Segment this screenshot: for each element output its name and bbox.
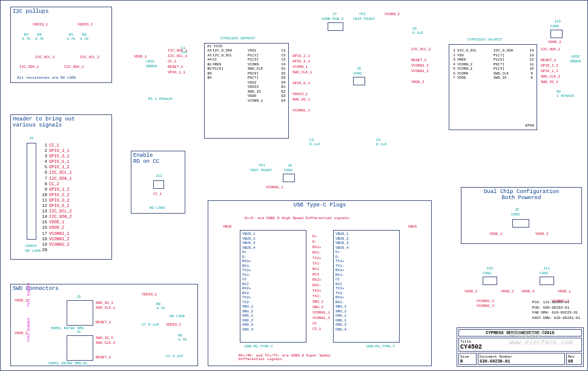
r5: R54.7K [67, 33, 75, 41]
vddd1-lbl: VDDD_1 [134, 55, 147, 59]
r9: R94.7K [178, 334, 187, 342]
dual-title: Dual Chip Configuration Both Powered [461, 188, 581, 202]
led1-ref: LED1 [146, 60, 154, 64]
j5-type: CON2 [511, 213, 520, 217]
dual-r: VDDD_2 [535, 232, 549, 237]
vbus-l: VBUS [223, 225, 231, 229]
swd-title: SWD Connectors [11, 284, 197, 293]
tvs1: TVS1 SVQ5N4 [27, 283, 31, 307]
swd-vddio2: VDDIO_2 [166, 323, 181, 327]
tp1-ref: TP1 [259, 164, 265, 168]
j10-type: CON2 [483, 272, 491, 276]
c3: C30.1uF [309, 139, 320, 146]
chip1-part: CYPD2103-20FNXIT [220, 37, 256, 41]
chip1: CYPD2103-20FNXIT A3I2C_0_SDAA2I2C_0_SCLA… [204, 43, 289, 139]
vbus-r: VBUS [408, 225, 417, 229]
j4-type: 50MIL KEYED SMD_NL [48, 362, 88, 366]
j5-body [512, 219, 529, 228]
section-swd: SWD Connectors VDDD_1 VDDD_2 TVS1 SVQ5N4… [10, 284, 198, 366]
j8-body [353, 77, 365, 85]
plugL-type: USB-PD_TYPE-C [245, 345, 273, 349]
j13-type: CON2 [550, 25, 559, 29]
j9-body [27, 143, 36, 240]
j11-r: VDDD_1 [558, 290, 571, 294]
j12-note: NO LOAD [150, 206, 165, 211]
usbc-note2: RX+/RX- and TX+/TX- are USB3.0 Super Spe… [239, 354, 330, 362]
n3: I2C_SCL_2 [80, 56, 99, 60]
led2-col: GREEN [570, 60, 581, 64]
j6-ref: J6 [288, 164, 292, 168]
j4-body [67, 335, 93, 361]
i2c-pwr1: VDDIO_1 [33, 23, 48, 27]
plugR-type: USB-PD_TYPE-C [366, 345, 395, 349]
j10-r: VDDD_1 [501, 290, 514, 294]
j10-n1: VCONN1_2 [477, 300, 494, 304]
j9-ref: J9 [29, 137, 33, 141]
j10-body [483, 277, 497, 285]
j6-body [283, 174, 295, 182]
dual-l: VDDD_1 [489, 232, 503, 237]
j9-signal-list: 1CC_12GPIO_1_13GPIO_3_14GPIO_5_15GPIO_1_… [40, 143, 72, 253]
swd-vddio1: VDDIO_1 [142, 293, 157, 297]
header-title: Header to bring out various signals [11, 115, 111, 130]
j3-ref: J3 [76, 295, 81, 300]
j9-type: CON20 [25, 245, 36, 249]
j12-ref: J12 [156, 174, 162, 179]
section-usbc: USB Type-C Plugs D+/D- are USB2.0 High S… [208, 200, 432, 366]
enable-rd-title: Enable RD on CC [131, 151, 185, 166]
tp2-ref: TP2 [359, 13, 366, 17]
chip2-part: CYPD2103-14LHXIT [467, 38, 503, 42]
r3: R34.7K [22, 33, 30, 41]
j11-type: CON2 [540, 272, 548, 276]
c6: C60.1uF [412, 27, 423, 35]
j9-note: NO LOAD [25, 249, 41, 254]
c7: C7 0.1uF [142, 323, 159, 327]
j11-l: VDDD_2 [521, 290, 535, 294]
section-i2c-pullups: I2C pullups VDDIO_1 VDDIO_2 R34.7K R44.7… [10, 7, 112, 83]
j5-ref: J5 [515, 208, 519, 212]
n1: I2C_SCL_1 [35, 56, 55, 60]
usb-plug-right: VBUS_1VBUS_2VBUS_3VBUS_4D+D-TX1+TX1-RX1+… [333, 230, 400, 343]
j12-net: CC_1 [153, 192, 162, 197]
tp2-type: TEST POINT [353, 18, 375, 22]
j12-body [153, 180, 164, 189]
j10-ref: J10 [486, 267, 493, 271]
n2: I2C_SDA_1 [19, 65, 39, 70]
c5: C50.1uF [376, 139, 387, 146]
usbc-title: USB Type-C Plugs [208, 201, 431, 209]
chip1-vccd: A1 VCCD [207, 45, 222, 49]
j11-body [540, 277, 554, 285]
section-enable-rd: Enable RD on CC J12 CC_1 NO LOAD [131, 151, 185, 214]
j13-net: VDDD_2 [548, 41, 561, 45]
c1: C11uF [181, 47, 188, 54]
r2: R21 KOhm1% [557, 90, 574, 98]
vconn2-top: VCONN_2 [385, 13, 400, 17]
j6-type: CON2 [284, 169, 292, 173]
swd-note: NO LOAD [170, 315, 185, 319]
tvs2: TVS2 SVQ5N4 [27, 318, 31, 343]
usbc-note1: D+/D- are USB2.0 High Speed Differential… [245, 217, 349, 221]
j13-ref: J13 [554, 20, 561, 24]
chip2-epad: EPAD [526, 124, 534, 128]
fab-info: PCA: 121-60200-01 PCB: 600-60233-01 FAB … [532, 300, 580, 321]
r1: R1 1 KOhm1% [148, 97, 173, 102]
j13-body [550, 30, 563, 38]
i2c-pwr2: VDDIO_2 [78, 23, 93, 27]
r6: R64.7K [80, 33, 88, 41]
i2c-title: I2C pullups [11, 7, 111, 16]
j7-body [328, 22, 343, 31]
led1-col: GREEN [146, 65, 157, 69]
n4: I2C_SDA_2 [64, 65, 84, 70]
usb-plug-left: VBUS_1VBUS_2VBUS_3VBUS_4D+D-RX1+RX1-TX1+… [240, 230, 306, 343]
swd-p1: VDDD_1 [15, 299, 28, 303]
swd-p2: VDDD_2 [15, 332, 28, 336]
j10-n2: VCONN2_2 [477, 304, 494, 309]
j4-ref: J4 [76, 330, 81, 335]
i2c-note: All resistances are NO LOAD [17, 76, 76, 80]
j8-ref: J8 [357, 67, 361, 71]
section-header-out: Header to bring out various signals J9 1… [10, 114, 112, 260]
c2: C2 0.1uF [166, 355, 183, 359]
j7-ref: J7 [332, 13, 337, 17]
chip2: CYPD2103-14LHXIT 1I2C_0_SCL2VSS3XRES4VCO… [449, 44, 537, 130]
title-block: CYPRESS SEMICONDUCTOR ©2015 Title CY4502… [457, 327, 584, 367]
